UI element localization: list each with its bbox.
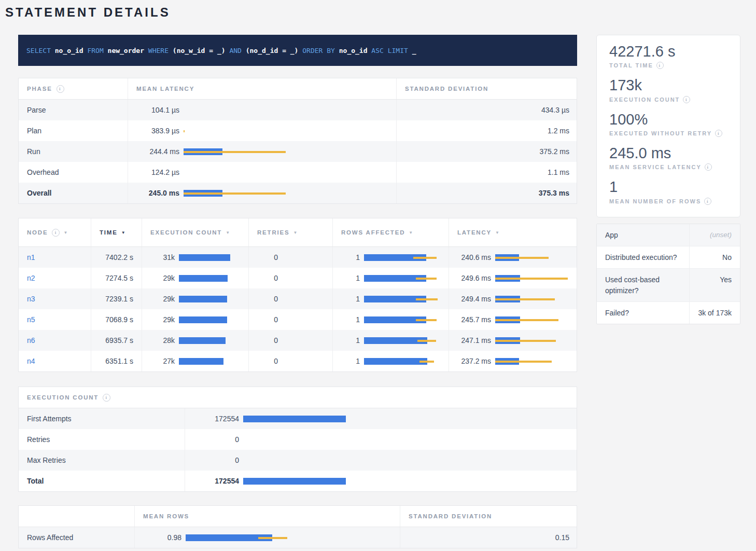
stat-value: 100% (609, 111, 727, 128)
time-value: 6935.7 s (91, 330, 142, 351)
rows-affected-value: 1 (341, 315, 360, 324)
latency-value: 245.7 ms (449, 315, 491, 324)
attribute-label: App (597, 224, 689, 246)
node-link[interactable]: n4 (27, 357, 35, 365)
stddev-value: 1.2 ms (396, 120, 578, 141)
rows-affected-bar (364, 254, 443, 261)
phase-table: PHASEi MEAN LATENCY STANDARD DEVIATION P… (18, 78, 577, 204)
info-icon[interactable]: i (52, 229, 60, 237)
node-link[interactable]: n1 (27, 253, 35, 261)
table-row: Plan 383.9 µs 1.2 ms (19, 120, 577, 141)
sql-token: WHERE (148, 47, 173, 54)
info-icon[interactable]: i (704, 198, 711, 205)
sql-token: new_order (108, 47, 148, 54)
exec-row-label: First Attempts (19, 408, 185, 429)
sql-token: ASC LIMIT (371, 47, 412, 54)
node-link[interactable]: n5 (27, 315, 35, 324)
info-icon[interactable]: i (705, 163, 712, 171)
latency-bar (495, 254, 572, 261)
phase-header-label: PHASE (27, 86, 52, 92)
sort-arrow-icon: ▼ (409, 230, 414, 235)
node-link[interactable]: n3 (27, 295, 35, 303)
exec-row-value: 172554 (193, 477, 239, 485)
sql-token: AND (229, 47, 245, 54)
latency-bar (495, 295, 572, 302)
latency-value: 247.1 ms (449, 336, 491, 345)
rows-affected-column-header[interactable]: ROWS AFFECTED▼ (332, 218, 449, 246)
execution-count-title: EXECUTION COUNT (27, 394, 99, 401)
main-column: SELECT no_o_id FROM new_order WHERE (no_… (18, 35, 577, 548)
node-table-header: NODEi▼ TIME▼ EXECUTION COUNT▼ RETRIES▼ R… (19, 218, 577, 247)
layout: SELECT no_o_id FROM new_order WHERE (no_… (18, 35, 756, 548)
attribute-label: Failed? (597, 302, 689, 324)
node-link[interactable]: n6 (27, 336, 35, 345)
attribute-value: Yes (689, 269, 740, 301)
stat-label: MEAN SERVICE LATENCYi (609, 163, 727, 171)
latency-bar (184, 127, 388, 134)
info-icon[interactable]: i (656, 62, 664, 69)
latency-bar (495, 274, 572, 282)
rows-affected-table-header: MEAN ROWS STANDARD DEVIATION (19, 506, 577, 527)
exec-row-label: Retries (19, 429, 185, 450)
time-column-header[interactable]: TIME▼ (91, 218, 142, 246)
sql-token: (no_w_id = _) (173, 47, 230, 54)
sql-token: (no_d_id = _) (246, 47, 303, 54)
rows-affected-value: 1 (341, 253, 360, 261)
attribute-label: Used cost-based optimizer? (597, 269, 689, 301)
retries-value: 0 (257, 274, 278, 282)
stat-total-time: 42271.6 s TOTAL TIMEi (609, 43, 727, 69)
latency-column-header[interactable]: LATENCY▼ (449, 218, 578, 246)
execution-count-bar (179, 254, 243, 261)
table-row: Rows Affected 0.98 0.15 (19, 527, 577, 548)
sql-token: ORDER BY (302, 47, 339, 54)
table-row: n4 6351.1 s 27k 0 1 237.2 ms (19, 351, 577, 371)
attributes-card: App (unset) Distributed execution? No Us… (596, 224, 740, 324)
summary-stats-card: 42271.6 s TOTAL TIMEi 173k EXECUTION COU… (596, 35, 740, 217)
rows-affected-value: 1 (341, 357, 360, 365)
rows-affected-bar (364, 295, 443, 302)
rows-affected-value: 1 (341, 295, 360, 303)
info-icon[interactable]: i (683, 96, 690, 103)
stddev-value: 434.3 µs (396, 100, 578, 120)
latency-bar (184, 148, 388, 155)
exec-row-label: Total (19, 471, 185, 491)
page-title: STATEMENT DETAILS (5, 5, 756, 20)
stddev-value: 375.2 ms (396, 141, 578, 162)
exec-count-bar (243, 477, 571, 485)
mean-latency-header-cell: MEAN LATENCY (128, 78, 396, 99)
stat-mean-number-of-rows: 1 MEAN NUMBER OF ROWSi (609, 178, 727, 204)
mean-rows-header-cell: MEAN ROWS (134, 506, 400, 527)
phase-header-cell: PHASEi (19, 78, 128, 99)
table-row: n1 7402.2 s 31k 0 1 240.6 ms (19, 247, 577, 268)
stat-label: TOTAL TIMEi (609, 62, 727, 69)
stddev-value: 375.3 ms (396, 183, 578, 203)
latency-bar (184, 189, 388, 197)
sql-statement-box: SELECT no_o_id FROM new_order WHERE (no_… (18, 35, 577, 66)
mean-latency-header-label: MEAN LATENCY (136, 86, 194, 92)
info-icon[interactable]: i (103, 394, 110, 402)
attribute-value: (unset) (689, 224, 740, 246)
execution-count-table-header: EXECUTION COUNTi (19, 387, 577, 408)
mean-rows-bar (186, 534, 395, 541)
rows-affected-bar (364, 316, 443, 323)
info-icon[interactable]: i (715, 130, 722, 137)
execution-count-bar (179, 316, 243, 323)
mean-latency-value: 104.1 µs (136, 106, 179, 114)
phase-name: Overhead (19, 162, 128, 183)
time-value: 7402.2 s (91, 247, 142, 268)
info-icon[interactable]: i (57, 85, 64, 93)
retries-value: 0 (257, 336, 278, 345)
rows-stddev-value: 0.15 (400, 527, 578, 548)
execution-count-table: EXECUTION COUNTi First Attempts 172554 R… (18, 387, 577, 492)
execution-count-column-header[interactable]: EXECUTION COUNT▼ (142, 218, 248, 246)
attribute-row-distributed-execution: Distributed execution? No (597, 246, 740, 268)
mean-latency-value: 124.2 µs (136, 168, 179, 176)
attribute-value: No (689, 246, 740, 268)
node-link[interactable]: n2 (27, 274, 35, 282)
mean-rows-value: 0.98 (143, 533, 181, 542)
node-table: NODEi▼ TIME▼ EXECUTION COUNT▼ RETRIES▼ R… (18, 218, 577, 372)
attribute-row-app: App (unset) (597, 224, 740, 246)
node-column-header[interactable]: NODEi▼ (19, 218, 91, 246)
retries-column-header[interactable]: RETRIES▼ (248, 218, 332, 246)
attribute-label: Distributed execution? (597, 246, 689, 268)
